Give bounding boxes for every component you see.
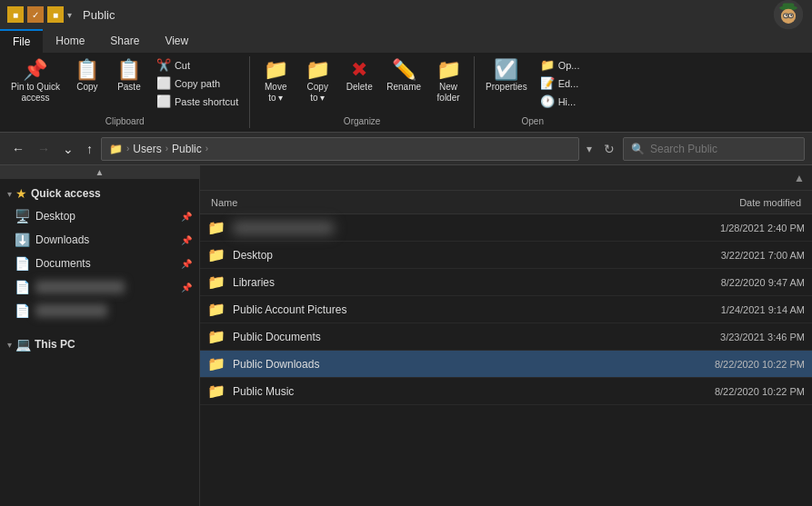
sidebar-item-desktop[interactable]: 🖥️ Desktop 📌 [0,204,199,228]
blurred2-icon: 📄 [15,303,30,318]
path-public[interactable]: Public [172,143,202,155]
edit-button[interactable]: 📝 Ed... [535,74,586,92]
this-pc-label: This PC [35,338,75,351]
sidebar-item-documents[interactable]: 📄 Documents 📌 [0,252,199,275]
search-input[interactable] [650,143,797,155]
svg-point-7 [790,15,792,16]
properties-icon: ☑️ [494,60,518,80]
file-row-public-downloads[interactable]: 📁 Public Downloads 8/22/2020 10:22 PM [200,351,812,378]
path-sep-3: › [206,144,208,154]
rename-icon: ✏️ [392,60,416,80]
col-header-date[interactable]: Date modified [659,197,805,208]
main-content: ▲ ▾ ★ Quick access 🖥️ Desktop 📌 ⬇️ Downl… [0,165,812,506]
copy-path-icon: ⬜ [156,76,171,90]
file-date-blurred: 1/28/2021 2:40 PM [659,223,805,233]
file-date-public-music: 8/22/2020 10:22 PM [659,386,805,397]
documents-pin-icon: 📌 [181,259,192,269]
forward-button[interactable]: → [33,139,55,159]
copy-path-button[interactable]: ⬜ Copy path [151,74,244,92]
file-row-public-documents[interactable]: 📁 Public Documents 3/23/2021 3:46 PM [200,323,812,351]
address-path[interactable]: 📁 › Users › Public › [101,137,579,161]
sidebar-downloads-label: Downloads [35,233,89,246]
paste-shortcut-button[interactable]: ⬜ Paste shortcut [151,93,244,110]
tab-share[interactable]: Share [97,29,152,53]
file-row-blurred[interactable]: 📁 Blurred Folder Name 1/28/2021 2:40 PM [200,214,812,242]
history-button[interactable]: 🕐 Hi... [535,93,586,110]
paste-button[interactable]: 📋 Paste [109,56,149,96]
desktop-icon: 🖥️ [15,209,30,223]
collapse-icon[interactable]: ▲ [794,172,805,184]
ribbon-group-open: ☑️ Properties 📁 Op... 📝 Ed... 🕐 Hi... Op… [475,56,590,128]
sidebar-item-blurred1[interactable]: 📄 Documents Folder 📌 [0,275,199,299]
search-box[interactable]: 🔍 [623,137,805,161]
open-label: Open [480,114,585,128]
tab-home[interactable]: Home [43,29,97,53]
delete-button[interactable]: ✖ Delete [339,56,379,96]
file-date-libraries: 8/22/2020 9:47 AM [659,277,805,288]
file-icon-blurred: 📁 [207,219,226,236]
pin-icon: 📌 [23,60,47,80]
file-name-public-downloads: Public Downloads [233,358,652,371]
file-icon-desktop: 📁 [207,246,226,263]
ribbon-tabs: File Home Share View [0,29,812,53]
file-row-public-music[interactable]: 📁 Public Music 8/22/2020 10:22 PM [200,378,812,405]
desktop-pin-icon: 📌 [181,212,192,222]
back-button[interactable]: ← [7,139,29,159]
new-folder-icon: 📁 [436,60,461,80]
copy-icon: 📋 [75,60,99,80]
file-date-desktop: 3/22/2021 7:00 AM [659,250,805,261]
file-list-header: ▲ [200,165,812,191]
file-date-public-downloads: 8/22/2020 10:22 PM [659,359,805,370]
clipboard-buttons: 📌 Pin to Quick access 📋 Copy 📋 Paste ✂️ … [5,56,244,114]
this-pc-expand-icon: ▾ [7,340,12,350]
sidebar-scroll-up[interactable]: ▲ [0,165,199,179]
file-row-desktop[interactable]: 📁 Desktop 3/22/2021 7:00 AM [200,242,812,269]
file-name-public-documents: Public Documents [233,331,652,343]
new-folder-button[interactable]: 📁 New folder [428,56,468,107]
file-name-public-account-pictures: Public Account Pictures [233,303,652,316]
svg-point-6 [786,15,787,16]
title-dropdown-arrow[interactable]: ▾ [67,10,72,20]
quick-access-star-icon: ★ [15,186,27,201]
sidebar-quick-access-header[interactable]: ▾ ★ Quick access [0,179,199,204]
svg-rect-2 [783,3,795,9]
file-name-public-music: Public Music [233,385,652,398]
address-bar: ← → ⌄ ↑ 📁 › Users › Public › ▾ ↻ 🔍 [0,133,812,165]
properties-button[interactable]: ☑️ Properties [480,56,533,96]
search-icon: 🔍 [631,143,645,155]
file-icon-public-music: 📁 [207,382,226,400]
col-header-name[interactable]: Name [207,197,659,208]
copy-to-icon: 📁 [306,60,330,80]
sidebar-item-blurred2[interactable]: 📄 Another Folder [0,299,199,322]
cut-icon: ✂️ [156,58,171,72]
pin-to-quick-access-button[interactable]: 📌 Pin to Quick access [5,56,65,107]
file-row-libraries[interactable]: 📁 Libraries 8/22/2020 9:47 AM [200,269,812,296]
move-to-button[interactable]: 📁 Move to ▾ [256,56,296,107]
delete-icon: ✖ [351,60,367,80]
sidebar-documents-label: Documents [35,257,91,270]
path-sep-2: › [165,144,168,154]
copy-to-button[interactable]: 📁 Copy to ▾ [297,56,337,107]
tab-view[interactable]: View [152,29,201,53]
open-buttons: ☑️ Properties 📁 Op... 📝 Ed... 🕐 Hi... [480,56,585,114]
ribbon-group-organize: 📁 Move to ▾ 📁 Copy to ▾ ✖ Delete ✏️ Rena… [250,56,475,128]
copy-button[interactable]: 📋 Copy [67,56,107,96]
file-name-libraries: Libraries [233,276,652,289]
address-chevron[interactable]: ▾ [583,143,596,155]
rename-button[interactable]: ✏️ Rename [381,56,426,96]
cut-button[interactable]: ✂️ Cut [151,56,244,74]
path-users[interactable]: Users [133,143,161,155]
quick-access-label: Quick access [31,187,101,200]
paste-shortcut-icon: ⬜ [156,94,171,108]
file-name-blurred: Blurred Folder Name [233,222,652,234]
up-button[interactable]: ↑ [82,139,97,159]
open-button[interactable]: 📁 Op... [535,56,586,74]
refresh-button[interactable]: ↻ [599,139,619,159]
file-row-public-account-pictures[interactable]: 📁 Public Account Pictures 1/24/2021 9:14… [200,296,812,323]
sidebar-this-pc-header[interactable]: ▾ 💻 This PC [0,330,199,355]
sidebar-blurred1-label: Documents Folder [35,281,125,293]
sidebar-item-downloads[interactable]: ⬇️ Downloads 📌 [0,228,199,252]
tab-file[interactable]: File [0,29,43,53]
clipboard-small-buttons: ✂️ Cut ⬜ Copy path ⬜ Paste shortcut [151,56,244,110]
recent-locations-button[interactable]: ⌄ [58,139,78,159]
